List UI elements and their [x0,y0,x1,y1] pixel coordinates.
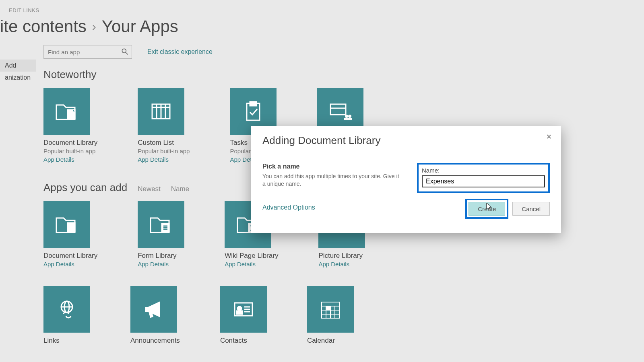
tile-form-library[interactable]: Form Library App Details [138,201,184,267]
app-details-link[interactable]: App Details [138,261,184,267]
app-name: Wiki Page Library [225,252,278,260]
breadcrumb-separator-icon: › [92,20,96,33]
dialog-title: Adding Document Library [262,134,550,147]
contact-card-icon [220,286,267,333]
app-name: Calendar [307,337,354,345]
breadcrumb: ite contents › Your Apps [0,17,178,36]
svg-rect-9 [250,102,256,106]
cancel-button[interactable]: Cancel [512,202,550,216]
breadcrumb-current: Your Apps [102,17,178,36]
svg-point-12 [345,115,348,118]
app-subtitle: Popular built-in app [43,148,97,154]
svg-line-1 [126,53,128,55]
search-icon[interactable] [121,47,129,56]
edit-links-link[interactable]: EDIT LINKS [9,7,39,13]
app-name: Custom List [138,139,190,147]
tile-calendar[interactable]: Calendar [307,286,354,346]
folder-document-icon [43,88,90,135]
exit-classic-link[interactable]: Exit classic experience [147,48,213,56]
create-button[interactable]: Create [469,202,505,216]
svg-rect-40 [326,306,330,310]
app-name: Form Library [138,252,184,260]
calendar-icon [307,286,354,333]
app-name: Document Library [43,139,97,147]
name-field-highlight: Name: [417,163,550,193]
folder-document-icon [43,201,90,248]
noteworthy-heading: Noteworthy [43,68,632,81]
app-name: Document Library [43,252,97,260]
tile-links[interactable]: Links [43,286,90,346]
svg-rect-14 [344,118,352,120]
nav-add[interactable]: Add [0,60,36,72]
pick-a-name-desc: You can add this app multiple times to y… [262,173,401,188]
create-button-highlight: Create [465,199,508,219]
app-details-link[interactable]: App Details [138,156,190,163]
name-input[interactable] [422,175,545,187]
app-details-link[interactable]: App Details [43,156,97,163]
close-icon[interactable]: × [543,132,555,143]
app-name: Picture Library [318,252,365,260]
megaphone-icon [130,286,177,333]
tile-custom-list[interactable]: Custom List Popular built-in app App Det… [138,88,190,163]
app-name: Links [43,337,90,345]
nav-organization[interactable]: anization [0,72,36,84]
svg-rect-10 [330,104,346,115]
svg-point-28 [237,306,242,311]
app-details-link[interactable]: App Details [225,261,278,267]
tile-document-library[interactable]: Document Library Popular built-in app Ap… [43,88,97,163]
svg-rect-26 [146,308,148,312]
pick-a-name-label: Pick a name [262,163,401,170]
svg-point-13 [348,115,351,118]
sort-newest[interactable]: Newest [138,185,161,193]
sort-name[interactable]: Name [171,185,189,193]
app-details-link[interactable]: App Details [43,261,97,267]
apps-you-can-add-heading: Apps you can add [43,181,127,194]
globe-link-icon [43,286,90,333]
grid-icon [138,88,184,135]
app-name: Contacts [220,337,267,345]
adding-document-library-dialog: × Adding Document Library Pick a name Yo… [251,126,561,233]
search-input[interactable] [43,45,132,59]
tile-announcements[interactable]: Announcements [130,286,180,346]
svg-rect-29 [237,311,242,314]
name-label: Name: [422,167,545,174]
svg-rect-15 [68,223,75,232]
svg-point-0 [122,49,126,53]
folder-form-icon [138,201,184,248]
breadcrumb-parent[interactable]: ite contents [0,17,87,36]
app-details-link[interactable]: App Details [318,261,365,267]
nav-divider [0,112,35,112]
tile-contacts[interactable]: Contacts [220,286,267,346]
advanced-options-link[interactable]: Advanced Options [262,204,315,211]
app-subtitle: Popular built-in app [138,148,190,154]
tile-document-library-b[interactable]: Document Library App Details [43,201,97,267]
app-name: Announcements [130,337,180,345]
